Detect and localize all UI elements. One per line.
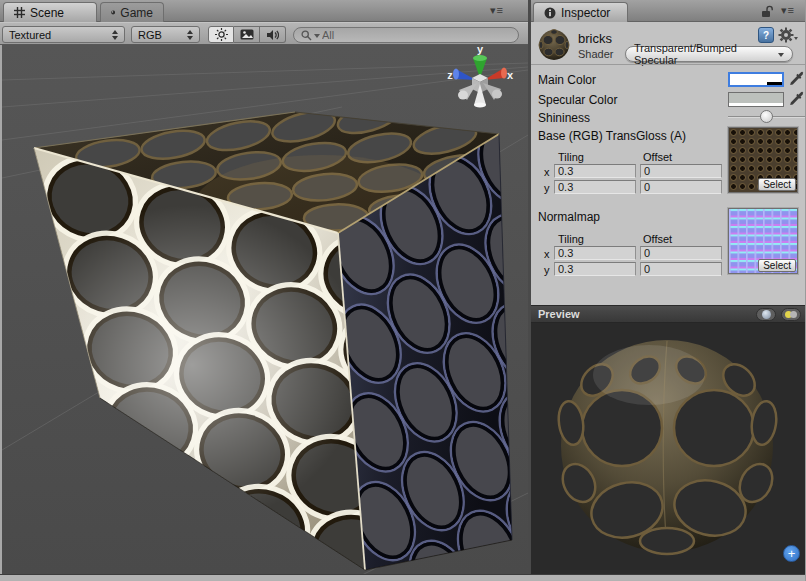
tiling-header: Tiling (558, 233, 584, 245)
scene-viewport[interactable]: y z x (2, 45, 528, 574)
svg-text:x: x (507, 69, 514, 81)
offset-header: Offset (643, 233, 672, 245)
help-icon[interactable]: ? (758, 27, 774, 43)
chevron-down-icon (778, 53, 784, 57)
tab-game[interactable]: Game (100, 2, 164, 22)
normal-map-select-button[interactable]: Select (758, 259, 796, 272)
search-icon (301, 30, 312, 41)
shader-dropdown[interactable]: Transparent/Bumped Specular (625, 46, 793, 62)
svg-text:y: y (477, 45, 484, 55)
scene-tab-menu-icon[interactable]: ▾≡ (490, 4, 504, 17)
eyedropper-icon[interactable] (789, 71, 805, 87)
normal-offset-y-field[interactable] (640, 262, 722, 276)
preview-title: Preview (538, 308, 756, 320)
speaker-icon (266, 29, 279, 41)
normal-offset-x-field[interactable] (640, 246, 722, 260)
orientation-gizmo[interactable]: y z x (447, 45, 514, 108)
material-preview-area[interactable]: + (531, 323, 806, 575)
image-icon (240, 29, 254, 40)
shininess-slider[interactable] (728, 109, 806, 125)
game-icon (111, 7, 115, 18)
search-filter-caret-icon[interactable] (314, 34, 320, 38)
main-color-label: Main Color (538, 73, 596, 87)
material-name: bricks (578, 31, 612, 46)
specular-color-alpha-bar (729, 103, 783, 106)
sun-icon (215, 28, 228, 41)
tab-inspector-label: Inspector (561, 6, 610, 20)
specular-color-swatch[interactable] (728, 92, 784, 107)
base-map-select-button[interactable]: Select (758, 178, 796, 191)
preview-header[interactable]: Preview (531, 305, 806, 323)
inspector-tabstrip: Inspector ▾≡ (531, 0, 806, 22)
inspector-tab-menu-icon[interactable]: ▾≡ (781, 4, 795, 17)
shader-value: Transparent/Bumped Specular (634, 42, 778, 66)
window-bottom-edge (0, 574, 806, 581)
base-map-label: Base (RGB) TransGloss (A) (538, 129, 686, 143)
preview-sphere-render (531, 323, 806, 575)
render-mode-dropdown[interactable]: Textured (2, 26, 125, 43)
tiling-header: Tiling (558, 151, 584, 163)
scene-toolbar: Textured RGB (0, 22, 528, 45)
main-color-swatch[interactable] (728, 72, 784, 87)
scene-search-field[interactable] (293, 27, 519, 43)
main-color-alpha-bar (730, 82, 782, 85)
offset-header: Offset (643, 151, 672, 163)
lighting-toggle-button[interactable] (208, 26, 234, 43)
normal-tiling-y-field[interactable] (554, 262, 636, 276)
base-offset-y-field[interactable] (640, 180, 722, 194)
channel-mode-dropdown[interactable]: RGB (131, 26, 200, 43)
shininess-label: Shininess (538, 111, 590, 125)
add-preview-button[interactable]: + (783, 545, 800, 562)
scene-toggle-group (208, 26, 286, 43)
shininess-knob[interactable] (760, 110, 773, 123)
base-offset-x-field[interactable] (640, 164, 722, 178)
tab-inspector[interactable]: Inspector (533, 2, 628, 22)
row-x-label: x (544, 166, 550, 178)
preview-shape-button[interactable] (756, 308, 776, 321)
dim-dot-icon (790, 311, 797, 318)
normal-map-label: Normalmap (538, 210, 600, 224)
info-icon (544, 7, 556, 19)
inspector-panel: Inspector ▾≡ bricks Shade (531, 0, 806, 581)
specular-color-label: Specular Color (538, 93, 617, 107)
grid-icon (14, 7, 25, 18)
gear-icon[interactable] (778, 27, 798, 43)
channel-mode-value: RGB (138, 29, 181, 41)
base-map-thumbnail[interactable]: Select (728, 127, 798, 193)
updown-arrows-icon (112, 30, 118, 40)
base-tiling-x-field[interactable] (554, 164, 636, 178)
svg-text:z: z (447, 69, 453, 81)
header-divider (531, 64, 806, 65)
search-input[interactable] (322, 29, 482, 41)
material-preview-icon (537, 25, 571, 63)
tab-scene[interactable]: Scene (3, 2, 97, 22)
audio-toggle-button[interactable] (260, 26, 286, 43)
normal-tiling-x-field[interactable] (554, 246, 636, 260)
eyedropper-icon[interactable] (789, 91, 805, 107)
row-y-label: y (544, 264, 550, 276)
row-x-label: x (544, 248, 550, 260)
inspector-body: bricks Shader Transparent/Bumped Specula… (531, 22, 806, 305)
tab-scene-label: Scene (30, 6, 64, 20)
normal-map-thumbnail[interactable]: Select (728, 208, 798, 274)
base-tiling-y-field[interactable] (554, 180, 636, 194)
sphere-icon (762, 310, 771, 319)
lock-icon[interactable] (760, 5, 773, 18)
unity-editor-window: Scene Game ▾≡ Textured RGB (0, 0, 806, 581)
scene-panel: Scene Game ▾≡ Textured RGB (0, 0, 528, 581)
render-mode-value: Textured (9, 29, 106, 41)
scene-tabstrip: Scene Game ▾≡ (0, 0, 528, 22)
scene-3d-view[interactable]: y z x (2, 45, 528, 574)
skybox-toggle-button[interactable] (234, 26, 260, 43)
preview-lighting-button[interactable] (781, 308, 801, 321)
row-y-label: y (544, 182, 550, 194)
tab-game-label: Game (120, 6, 153, 20)
updown-arrows-icon (187, 30, 193, 40)
shader-label: Shader (578, 48, 613, 60)
